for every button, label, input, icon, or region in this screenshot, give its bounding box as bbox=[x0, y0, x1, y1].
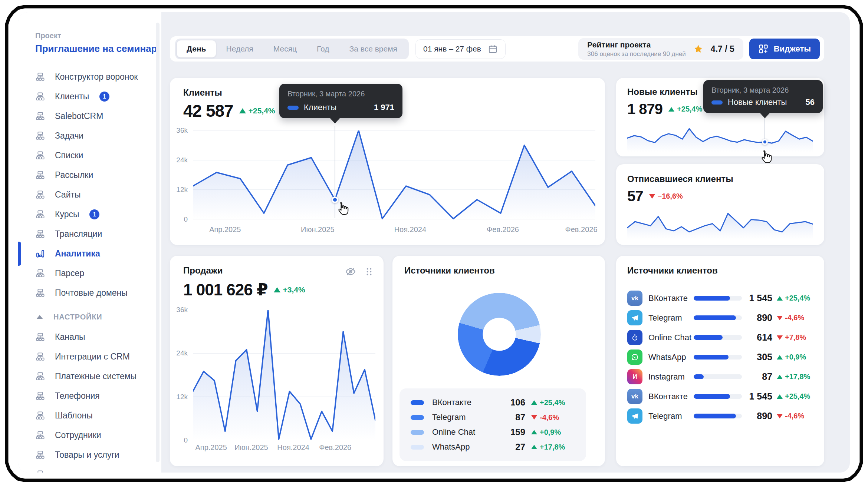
sidebar-item-Конструктор воронок[interactable]: Конструктор воронок bbox=[35, 67, 161, 87]
tab-Неделя[interactable]: Неделя bbox=[217, 40, 263, 57]
new-clients-tooltip: Вторник, 3 марта 2026 Новые клиенты 56 bbox=[703, 80, 823, 113]
sidebar-item-Товары и услуги[interactable]: Товары и услуги bbox=[35, 445, 161, 465]
sidebar-item-Трансляции[interactable]: Трансляции bbox=[35, 224, 161, 244]
widgets-button[interactable]: Виджеты bbox=[749, 39, 820, 59]
telegram-icon bbox=[627, 408, 642, 424]
source-progress-fill bbox=[694, 315, 736, 320]
settings-section-toggle[interactable]: НАСТРОЙКИ bbox=[35, 307, 161, 327]
source-progress-fill bbox=[694, 374, 704, 379]
sidebar-item-label: SalebotCRM bbox=[55, 111, 103, 121]
tab-За все время[interactable]: За все время bbox=[340, 40, 407, 57]
sidebar-item-label: Сотрудники bbox=[55, 430, 101, 440]
sidebar-scrollbar[interactable] bbox=[156, 23, 160, 462]
source-progress-fill bbox=[694, 355, 729, 360]
source-value: 1 545 bbox=[747, 391, 772, 402]
sources-list-title: Источники клиентов bbox=[627, 265, 718, 276]
clients-x-axis: Апр.2025Июн.2025Ноя.2024Фев.2026Фев.2026 bbox=[193, 225, 595, 235]
source-row: Online Chat614+7,8% bbox=[627, 328, 815, 347]
sidebar-item-partial[interactable] bbox=[35, 465, 161, 473]
tab-Месяц[interactable]: Месяц bbox=[264, 40, 306, 57]
clients-card: Клиенты 42 587 +25,4% 36k24k12k0 Апр.202… bbox=[170, 78, 605, 245]
change-percent: +0,9% bbox=[785, 353, 806, 361]
sales-change: +3,4% bbox=[274, 285, 305, 294]
unsubscribed-sparkline[interactable] bbox=[627, 211, 813, 239]
tab-Год[interactable]: Год bbox=[307, 40, 339, 57]
legend-color-pill bbox=[411, 400, 424, 405]
axis-tick: 0 bbox=[184, 436, 188, 444]
series-marker-icon bbox=[711, 100, 723, 105]
source-progress-fill bbox=[694, 414, 736, 418]
sidebar-item-Сайты[interactable]: Сайты bbox=[35, 185, 161, 205]
change-indicator: +7,8% bbox=[777, 333, 806, 342]
clients-value: 42 587 bbox=[183, 101, 233, 121]
sidebar-item-Телефония[interactable]: Телефония bbox=[35, 386, 161, 406]
sidebar-item-SalebotCRM[interactable]: SalebotCRM bbox=[35, 106, 161, 126]
source-row: vkВКонтакте1 545+25,4% bbox=[627, 288, 815, 308]
date-range-value: 01 янв – 27 фев bbox=[423, 44, 481, 53]
project-rating: Рейтинг проекта 306 оценок за последние … bbox=[578, 38, 743, 60]
online-chat-icon bbox=[627, 330, 642, 345]
legend-value: 87 bbox=[515, 412, 525, 423]
clients-chart[interactable] bbox=[193, 130, 595, 219]
hide-widget-icon[interactable] bbox=[345, 266, 356, 277]
sidebar-item-Шаблоны[interactable]: Шаблоны bbox=[35, 406, 161, 425]
hover-guide-line bbox=[765, 116, 765, 142]
sidebar-item-Клиенты[interactable]: Клиенты1 bbox=[35, 87, 161, 106]
sales-card-title: Продажи bbox=[183, 265, 223, 276]
sidebar-item-Платежные системы[interactable]: Платежные системы bbox=[35, 367, 161, 386]
sidebar-item-label: Курсы bbox=[55, 209, 79, 219]
change-percent: +25,4% bbox=[785, 294, 810, 302]
source-name: ВКонтакте bbox=[648, 392, 694, 401]
sitemap-icon bbox=[35, 430, 45, 440]
settings-section-label: НАСТРОЙКИ bbox=[53, 313, 102, 321]
axis-tick: Фев.2026 bbox=[319, 443, 351, 452]
source-progress-bar bbox=[694, 374, 742, 379]
source-progress-fill bbox=[694, 296, 730, 301]
axis-tick: Ноя.2024 bbox=[394, 225, 426, 234]
sitemap-icon bbox=[35, 190, 45, 200]
change-indicator: -4,6% bbox=[531, 413, 575, 422]
sidebar-item-Аналитика[interactable]: Аналитика bbox=[35, 244, 161, 264]
sidebar-item-label: Рассылки bbox=[55, 170, 93, 180]
tab-День[interactable]: День bbox=[177, 40, 216, 57]
axis-tick: Апр.2025 bbox=[195, 443, 227, 452]
sources-donut-chart[interactable] bbox=[458, 293, 541, 376]
source-value: 614 bbox=[747, 332, 772, 343]
tooltip-label: Клиенты bbox=[304, 103, 336, 112]
sidebar-item-Курсы[interactable]: Курсы1 bbox=[35, 205, 161, 224]
sidebar-item-label: Каналы bbox=[55, 332, 85, 342]
project-name-link[interactable]: Приглашение на семинар bbox=[35, 43, 161, 54]
source-row: ИInstagram87+17,8% bbox=[627, 367, 815, 387]
sitemap-icon bbox=[35, 131, 45, 141]
sidebar-item-Интеграции с CRM[interactable]: Интеграции с CRM bbox=[35, 347, 161, 367]
hover-guide-line bbox=[335, 126, 335, 218]
up-triangle-icon bbox=[777, 375, 783, 379]
new-clients-sparkline[interactable] bbox=[627, 125, 813, 152]
source-progress-bar bbox=[694, 355, 742, 360]
sidebar-item-Задачи[interactable]: Задачи bbox=[35, 126, 161, 146]
legend-value: 159 bbox=[510, 427, 525, 437]
vk-letters: vk bbox=[631, 295, 638, 302]
sidebar-item-label: Клиенты bbox=[55, 92, 89, 102]
tooltip-date: Вторник, 3 марта 2026 bbox=[287, 90, 394, 98]
sidebar-item-Парсер[interactable]: Парсер bbox=[35, 264, 161, 283]
analytics-icon bbox=[35, 249, 45, 259]
date-range-picker[interactable]: 01 янв – 27 фев bbox=[415, 39, 506, 59]
sidebar-item-Рассылки[interactable]: Рассылки bbox=[35, 165, 161, 185]
sidebar-item-Почтовые домены[interactable]: Почтовые домены bbox=[35, 283, 161, 303]
app-window: Проект Приглашение на семинар Конструкто… bbox=[18, 12, 850, 473]
source-progress-bar bbox=[694, 335, 742, 340]
source-row: WhatsApp305+0,9% bbox=[627, 347, 815, 367]
sitemap-icon bbox=[35, 450, 45, 460]
up-triangle-icon bbox=[531, 430, 537, 434]
up-triangle-icon bbox=[531, 445, 537, 449]
source-progress-bar bbox=[694, 414, 742, 418]
sidebar-item-Каналы[interactable]: Каналы bbox=[35, 327, 161, 347]
axis-tick: 36k bbox=[176, 306, 188, 314]
drag-handle-icon[interactable] bbox=[364, 267, 374, 276]
sidebar-item-Списки[interactable]: Списки bbox=[35, 146, 161, 165]
sources-donut-title: Источники клиентов bbox=[404, 265, 495, 276]
change-indicator: +0,9% bbox=[777, 353, 806, 361]
sales-chart[interactable] bbox=[193, 310, 375, 440]
sidebar-item-Сотрудники[interactable]: Сотрудники bbox=[35, 425, 161, 445]
